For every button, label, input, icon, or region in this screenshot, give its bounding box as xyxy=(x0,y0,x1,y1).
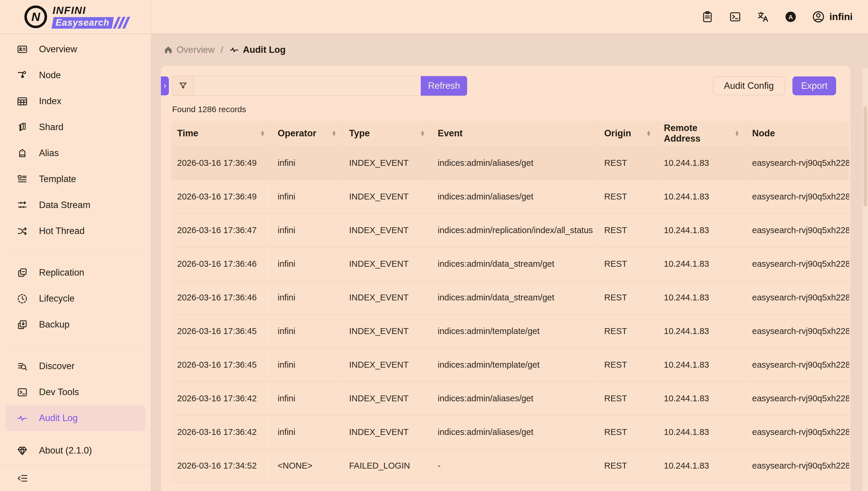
refresh-button[interactable]: Refresh xyxy=(421,76,467,96)
sidebar-item-discover[interactable]: Discover xyxy=(0,353,151,379)
export-button[interactable]: Export xyxy=(792,77,836,95)
cell-remote-address: 10.244.1.83 xyxy=(658,314,746,348)
theme-button[interactable]: A xyxy=(784,10,797,24)
user-menu[interactable]: infini xyxy=(812,10,852,24)
sidebar-item-shard[interactable]: Shard xyxy=(0,114,151,140)
cell-remote-address: 10.244.1.83 xyxy=(658,381,746,415)
translate-button[interactable] xyxy=(756,10,770,24)
cell-time: 2026-03-16 17:36:45 xyxy=(171,314,272,348)
user-name: infini xyxy=(829,11,852,22)
column-header-type[interactable]: Type▲▼ xyxy=(343,121,431,146)
breadcrumb-overview-link[interactable]: Overview xyxy=(164,45,215,55)
cell-remote-address: 10.244.1.83 xyxy=(658,348,746,381)
cell-event: indices:admin/aliases/get xyxy=(431,146,598,180)
funnel-icon xyxy=(178,81,188,91)
cell-origin: REST xyxy=(598,314,658,348)
column-header-remote-address[interactable]: Remote Address▲▼ xyxy=(658,121,746,146)
cell-node: easysearch-rvj90q5xh228 xyxy=(746,381,849,415)
cell-time: 2026-03-16 17:36:42 xyxy=(171,415,272,449)
cell-type: INDEX_EVENT xyxy=(343,247,431,281)
cell-operator: <NONE> xyxy=(272,449,343,483)
shard-icon xyxy=(17,121,28,133)
cell-type: INDEX_EVENT xyxy=(343,146,431,180)
cell-operator: infini xyxy=(272,348,343,381)
brand-logo[interactable]: N INFINI Easysearch xyxy=(0,0,151,34)
about-icon xyxy=(17,445,28,457)
sidebar-item-label: Shard xyxy=(39,122,63,133)
sidebar-item-overview[interactable]: Overview xyxy=(0,36,151,62)
sort-carets-icon[interactable]: ▲▼ xyxy=(420,131,425,136)
cell-origin: REST xyxy=(598,180,658,213)
vertical-scrollbar-thumb[interactable] xyxy=(864,106,867,206)
filter-search-input[interactable] xyxy=(194,76,421,96)
sidebar-item-template[interactable]: Template xyxy=(0,166,151,192)
sort-carets-icon[interactable]: ▲▼ xyxy=(646,131,651,136)
cell-remote-address: 10.244.1.83 xyxy=(658,180,746,213)
cell-operator: infini xyxy=(272,180,343,213)
column-header-operator[interactable]: Operator▲▼ xyxy=(272,121,343,146)
sidebar-collapse-button[interactable] xyxy=(17,472,28,484)
table-row[interactable]: 2026-03-16 17:36:45infiniINDEX_EVENTindi… xyxy=(171,348,849,381)
sidebar-item-node[interactable]: Node xyxy=(0,62,151,88)
cell-operator: infini xyxy=(272,314,343,348)
sidebar-item-label: Replication xyxy=(39,267,84,278)
sidebar-item-audit-log[interactable]: Audit Log xyxy=(5,405,145,431)
sidebar-item-label: Hot Thread xyxy=(39,226,85,236)
sidebar-item-replication[interactable]: Replication xyxy=(0,260,151,286)
column-header-time[interactable]: Time▲▼ xyxy=(171,121,272,146)
table-row[interactable]: 2026-03-16 17:36:49infiniINDEX_EVENTindi… xyxy=(171,180,849,213)
table-header-row: Time▲▼Operator▲▼Type▲▼EventOrigin▲▼Remot… xyxy=(171,121,849,146)
cell-type: INDEX_EVENT xyxy=(343,415,431,449)
sidebar-item-hot-thread[interactable]: Hot Thread xyxy=(0,218,151,244)
topbar-icon-group: Ainfini xyxy=(701,10,852,24)
breadcrumb-overview-label: Overview xyxy=(176,45,215,55)
audit-log-table: Time▲▼Operator▲▼Type▲▼EventOrigin▲▼Remot… xyxy=(171,121,849,483)
column-header-label: Node xyxy=(752,128,775,139)
sidebar-item-lifecycle[interactable]: Lifecycle xyxy=(0,286,151,312)
table-row[interactable]: 2026-03-16 17:36:46infiniINDEX_EVENTindi… xyxy=(171,247,849,281)
sort-carets-icon[interactable]: ▲▼ xyxy=(260,131,265,136)
sort-carets-icon[interactable]: ▲▼ xyxy=(332,131,337,136)
sidebar-item-index[interactable]: Index xyxy=(0,88,151,114)
sidebar-item-data-stream[interactable]: Data Stream xyxy=(0,192,151,218)
column-header-origin[interactable]: Origin▲▼ xyxy=(598,121,658,146)
sidebar-item-label: Alias xyxy=(39,148,59,158)
theme-icon: A xyxy=(784,10,797,23)
sidebar-item-backup[interactable]: Backup xyxy=(0,312,151,338)
sidebar-item-label: Lifecycle xyxy=(39,293,75,304)
clipboard-button[interactable] xyxy=(701,10,714,24)
audit-config-button[interactable]: Audit Config xyxy=(713,77,785,95)
sidebar-item-about[interactable]: About (2.1.0) xyxy=(0,438,151,464)
table-row[interactable]: 2026-03-16 17:36:47infiniINDEX_EVENTindi… xyxy=(171,213,849,247)
sidebar-item-label: Index xyxy=(39,96,61,107)
main-content: Overview / Audit Log Refresh xyxy=(151,34,868,491)
cell-remote-address: 10.244.1.83 xyxy=(658,415,746,449)
column-header-label: Time xyxy=(177,128,198,139)
terminal-button[interactable] xyxy=(728,10,742,24)
cell-remote-address: 10.244.1.83 xyxy=(658,213,746,247)
sidebar-item-dev-tools[interactable]: Dev Tools xyxy=(0,379,151,405)
vertical-scrollbar[interactable] xyxy=(863,68,868,491)
cell-operator: infini xyxy=(272,247,343,281)
sidebar-item-label: About (2.1.0) xyxy=(39,445,92,456)
breadcrumb-current-label: Audit Log xyxy=(243,45,286,55)
filter-funnel-button[interactable] xyxy=(172,76,194,96)
sidebar-item-alias[interactable]: Alias xyxy=(0,140,151,166)
brand-name-top: INFINI xyxy=(53,5,128,16)
cell-operator: infini xyxy=(272,381,343,415)
sort-carets-icon[interactable]: ▲▼ xyxy=(734,131,739,136)
table-row[interactable]: 2026-03-16 17:36:49infiniINDEX_EVENTindi… xyxy=(171,146,849,180)
expand-filter-panel-button[interactable] xyxy=(161,77,169,95)
table-row[interactable]: 2026-03-16 17:36:46infiniINDEX_EVENTindi… xyxy=(171,281,849,314)
table-row[interactable]: 2026-03-16 17:34:52<NONE>FAILED_LOGIN-RE… xyxy=(171,449,849,483)
table-row[interactable]: 2026-03-16 17:36:42infiniINDEX_EVENTindi… xyxy=(171,415,849,449)
cell-node: easysearch-rvj90q5xh228 xyxy=(746,314,849,348)
clipboard-icon xyxy=(701,10,714,23)
hotthread-icon xyxy=(17,225,28,237)
sidebar-item-label: Node xyxy=(39,70,61,81)
cell-time: 2026-03-16 17:36:42 xyxy=(171,381,272,415)
table-row[interactable]: 2026-03-16 17:36:45infiniINDEX_EVENTindi… xyxy=(171,314,849,348)
table-row[interactable]: 2026-03-16 17:36:42infiniINDEX_EVENTindi… xyxy=(171,381,849,415)
node-icon xyxy=(17,69,28,81)
audit-log-card: Refresh Audit Config Export Found 1286 r… xyxy=(161,66,850,491)
